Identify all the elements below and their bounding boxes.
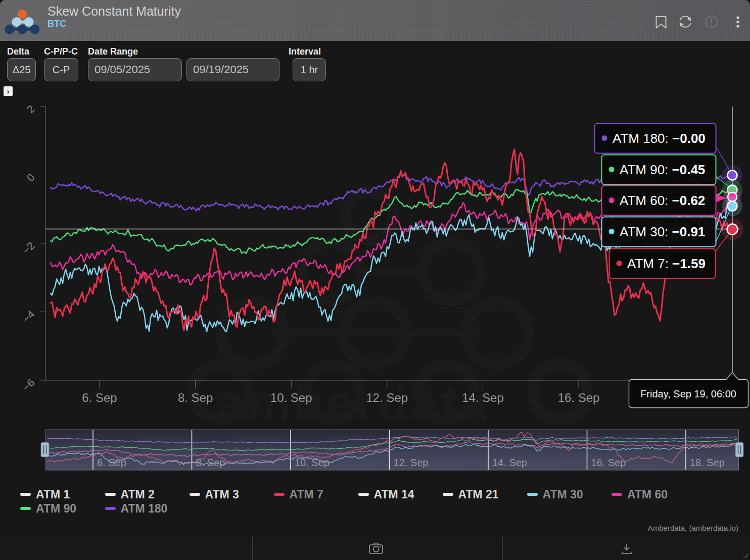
svg-text:14. Sep: 14. Sep [492,457,527,468]
svg-text:8. Sep: 8. Sep [178,391,213,404]
svg-text:12. Sep: 12. Sep [366,391,408,404]
svg-text:16. Sep: 16. Sep [558,391,600,404]
svg-text:0: 0 [24,171,37,184]
svg-text:ATM 60: −0.62: ATM 60: −0.62 [620,193,705,208]
svg-text:ATM 180: −0.00: ATM 180: −0.00 [613,131,706,146]
svg-text:−6: −6 [20,377,37,393]
svg-text:10. Sep: 10. Sep [270,391,312,404]
svg-text:−4: −4 [20,308,37,325]
svg-text:6. Sep: 6. Sep [82,391,117,404]
svg-text:ATM 30: −0.91: ATM 30: −0.91 [620,224,705,239]
svg-text:14. Sep: 14. Sep [462,391,504,404]
svg-text:ATM 90: −0.45: ATM 90: −0.45 [620,162,705,177]
svg-text:Friday, Sep 19, 06:00: Friday, Sep 19, 06:00 [640,388,736,399]
svg-text:8. Sep: 8. Sep [196,457,225,468]
svg-text:−2: −2 [20,240,37,257]
svg-text:ATM 7: −1.59: ATM 7: −1.59 [627,256,706,271]
svg-text:16. Sep: 16. Sep [591,457,626,468]
svg-text:2: 2 [24,103,37,116]
svg-text:6. Sep: 6. Sep [97,457,126,468]
svg-text:12. Sep: 12. Sep [394,457,429,468]
svg-text:amberdata: amberdata [217,375,490,429]
svg-text:18. Sep: 18. Sep [690,457,725,468]
svg-text:10. Sep: 10. Sep [295,457,330,468]
